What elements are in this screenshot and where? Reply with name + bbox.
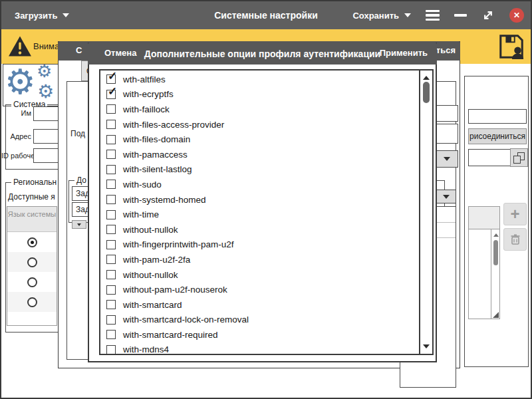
chevron-down-icon <box>443 195 450 199</box>
option-row[interactable]: with-sudo <box>100 177 418 192</box>
radio-button[interactable] <box>27 277 37 287</box>
checkbox[interactable] <box>106 74 116 84</box>
language-row[interactable] <box>7 292 57 312</box>
code-input[interactable] <box>468 149 513 166</box>
scrollbar-thumb[interactable] <box>493 240 498 265</box>
option-label: wth-altfiles <box>123 74 166 84</box>
chevron-down-icon <box>63 13 69 17</box>
address-label: Адрес <box>1 132 31 140</box>
checkbox[interactable] <box>106 255 116 264</box>
option-label: with-time <box>123 209 159 219</box>
copy-button[interactable] <box>510 148 528 167</box>
option-row[interactable]: with-mdns4 <box>100 342 418 355</box>
checkbox[interactable] <box>106 135 116 144</box>
checkbox[interactable] <box>106 330 116 339</box>
radio-button[interactable] <box>27 257 37 267</box>
scrollbar-down-icon[interactable] <box>423 344 430 348</box>
radio-button[interactable] <box>27 237 37 247</box>
option-row[interactable]: with-smartcard-required <box>100 327 418 342</box>
menu-icon[interactable] <box>426 10 440 21</box>
option-row[interactable]: with-faillock <box>100 102 418 117</box>
option-label: with-faillock <box>123 104 170 114</box>
add-button[interactable]: + <box>503 203 527 225</box>
language-row[interactable] <box>7 252 57 272</box>
load-menu-button[interactable]: Загрузить <box>15 1 69 29</box>
options-scrollbar[interactable] <box>419 70 432 354</box>
workstation-id-label: ID рабочей <box>1 152 31 160</box>
option-row[interactable]: without-pam-u2f-nouserok <box>100 282 418 297</box>
scrollbar-up-icon[interactable] <box>423 76 430 80</box>
option-row[interactable]: with-ecryptfs <box>100 87 418 102</box>
checkbox[interactable] <box>106 90 116 99</box>
checkbox[interactable] <box>106 285 116 295</box>
checkbox[interactable] <box>106 270 116 279</box>
option-row[interactable]: with-fingerprintwith-pam-u2f <box>100 237 418 253</box>
copy-icon <box>513 152 525 164</box>
option-row[interactable]: with-smartcard-lock-on-removal <box>100 313 418 328</box>
checkbox[interactable] <box>106 104 116 114</box>
option-row[interactable]: with-time <box>100 207 418 222</box>
cancel-button[interactable]: Отмена <box>104 48 136 58</box>
language-table: Язык системы <box>7 206 57 326</box>
available-languages-label: Доступные я <box>8 192 55 201</box>
titlebar-controls: Сохранить ✕ <box>352 1 524 29</box>
checkbox[interactable] <box>106 210 116 219</box>
option-label: with-sudo <box>123 180 162 190</box>
option-row[interactable]: with-pam-u2f-2fa <box>100 252 418 267</box>
background-table-header <box>469 207 499 229</box>
option-row[interactable]: with-systemd-homed <box>100 192 418 207</box>
option-label: with-files-domain <box>123 134 190 144</box>
option-row[interactable]: without-nullok <box>100 222 418 237</box>
load-menu-label: Загрузить <box>15 11 57 21</box>
profile-field-label: Под <box>70 129 85 138</box>
delete-button[interactable] <box>503 228 527 251</box>
option-label: without-pam-u2f-nouserok <box>123 285 227 295</box>
domain-input[interactable] <box>468 109 527 124</box>
option-label: with-ecryptfs <box>123 89 174 99</box>
radio-button[interactable] <box>27 297 37 307</box>
option-label: without-nullok <box>123 225 178 235</box>
titlebar: Загрузить Системные настройки Сохранить … <box>1 1 531 29</box>
resize-grip-icon[interactable] <box>493 312 499 318</box>
checkbox[interactable] <box>106 315 116 325</box>
checkbox[interactable] <box>106 165 116 174</box>
join-button[interactable]: рисоединиться <box>468 128 527 144</box>
option-label: with-smartcard-lock-on-removal <box>123 315 249 325</box>
option-row[interactable]: wth-altfiles <box>100 72 418 87</box>
checkbox[interactable] <box>106 120 116 129</box>
option-label: with-fingerprintwith-pam-u2f <box>123 239 234 249</box>
option-row[interactable]: with-files-domain <box>100 132 418 147</box>
option-row[interactable]: with-files-access-provider <box>100 117 418 132</box>
option-row[interactable]: with-silent-lastlog <box>100 162 418 178</box>
scrollbar-thumb[interactable] <box>423 82 430 103</box>
language-row[interactable] <box>7 232 57 252</box>
additional-group-legend: До <box>74 176 88 185</box>
checkbox[interactable] <box>106 180 116 189</box>
apply-button[interactable]: Применить <box>380 48 428 58</box>
minimize-icon[interactable] <box>454 14 467 17</box>
background-table-scrollbar[interactable] <box>491 229 499 319</box>
checkbox[interactable] <box>106 225 116 234</box>
checkbox[interactable] <box>106 345 116 354</box>
mini-dropdown-button[interactable] <box>72 220 86 229</box>
name-label: Им <box>1 109 31 117</box>
save-menu-label: Сохранить <box>352 11 399 21</box>
modal-title: Дополнительные опции профиля аутентифика… <box>144 49 380 59</box>
option-label: with-silent-lastlog <box>123 164 192 174</box>
option-row[interactable]: without-nullok <box>100 267 418 283</box>
save-menu-button[interactable]: Сохранить <box>352 11 411 21</box>
option-row[interactable]: with-smartcard <box>100 297 418 313</box>
option-label: with-files-access-provider <box>123 120 224 130</box>
checkbox[interactable] <box>106 240 116 249</box>
language-row[interactable] <box>7 272 57 292</box>
close-icon[interactable]: ✕ <box>509 8 524 23</box>
dropdown-button[interactable] <box>436 190 456 203</box>
resize-icon[interactable] <box>481 9 495 22</box>
checkbox[interactable] <box>106 195 116 204</box>
checkbox[interactable] <box>106 150 116 159</box>
window-title: Системные настройки <box>214 10 318 21</box>
checkbox[interactable] <box>106 300 116 309</box>
scrollbar-up-icon[interactable] <box>493 233 499 237</box>
dropdown-button[interactable] <box>436 151 458 167</box>
option-row[interactable]: with-pamaccess <box>100 147 418 162</box>
